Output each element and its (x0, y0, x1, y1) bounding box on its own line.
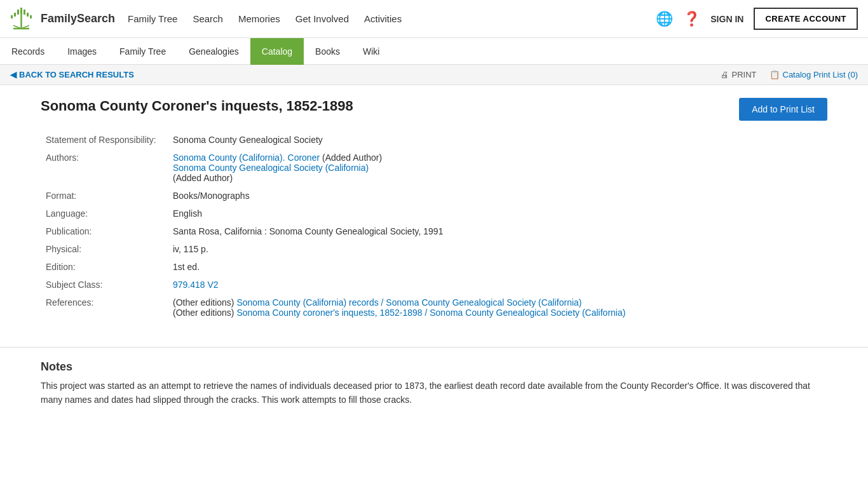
breadcrumb-right: 🖨 PRINT 📋 Catalog Print List (0) (721, 70, 858, 79)
table-row: Statement of Responsibility: Sonoma Coun… (41, 131, 827, 149)
add-to-print-button[interactable]: Add to Print List (739, 98, 827, 121)
nav-family-tree[interactable]: Family Tree (128, 13, 177, 24)
author-2-role: (Added Author) (173, 173, 233, 183)
subnav-catalog[interactable]: Catalog (250, 38, 304, 65)
subnav-books[interactable]: Books (304, 38, 351, 65)
field-value-references: (Other editions) Sonoma County (Californ… (168, 294, 827, 322)
top-navigation: FamilySearch Family Tree Search Memories… (0, 0, 868, 38)
table-row: Publication: Santa Rosa, California : So… (41, 222, 827, 240)
svg-rect-4 (27, 13, 29, 17)
print-label: PRINT (732, 70, 757, 79)
catalog-print-label: Catalog Print List (0) (783, 70, 858, 79)
subnav-genealogies[interactable]: Genealogies (177, 38, 250, 65)
author-link-1[interactable]: Sonoma County (California). Coroner (173, 152, 320, 163)
field-value-edition: 1st ed. (168, 258, 827, 276)
subnav-wiki[interactable]: Wiki (351, 38, 391, 65)
detail-table: Statement of Responsibility: Sonoma Coun… (41, 131, 827, 322)
field-label-authors: Authors: (41, 149, 168, 187)
nav-links: Family Tree Search Memories Get Involved… (128, 13, 656, 24)
back-link-label: BACK TO SEARCH RESULTS (19, 70, 134, 79)
create-account-button[interactable]: CREATE ACCOUNT (754, 8, 858, 30)
field-label-references: References: (41, 294, 168, 322)
subject-class-link[interactable]: 979.418 V2 (173, 280, 219, 290)
field-label-subject-class: Subject Class: (41, 276, 168, 294)
field-label-format: Format: (41, 187, 168, 205)
reference-link-1[interactable]: Sonoma County (California) records / Son… (236, 297, 581, 308)
logo-area[interactable]: FamilySearch (10, 6, 115, 32)
nav-search[interactable]: Search (193, 13, 223, 24)
field-value-physical: iv, 115 p. (168, 240, 827, 258)
field-value-publication: Santa Rosa, California : Sonoma County G… (168, 222, 827, 240)
help-icon[interactable]: ❓ (683, 11, 700, 27)
field-value-statement: Sonoma County Genealogical Society (168, 131, 827, 149)
back-to-search-link[interactable]: ◀ BACK TO SEARCH RESULTS (10, 70, 134, 79)
svg-rect-6 (30, 15, 32, 18)
subnav-records[interactable]: Records (0, 38, 56, 65)
catalog-print-list-link[interactable]: 📋 Catalog Print List (0) (770, 70, 858, 79)
nav-activities[interactable]: Activities (364, 13, 402, 24)
field-value-authors: Sonoma County (California). Coroner (Add… (168, 149, 827, 187)
svg-rect-3 (14, 13, 16, 17)
notes-section: Notes This project was started as an att… (31, 360, 837, 420)
table-row: Authors: Sonoma County (California). Cor… (41, 149, 827, 187)
svg-rect-5 (11, 15, 13, 18)
subnav-family-tree[interactable]: Family Tree (108, 38, 177, 65)
main-content: Sonoma County Coroner's inquests, 1852-1… (31, 85, 837, 334)
author-1-role: (Added Author) (322, 152, 382, 163)
record-header: Sonoma County Coroner's inquests, 1852-1… (41, 98, 827, 121)
field-label-physical: Physical: (41, 240, 168, 258)
subnav-images[interactable]: Images (56, 38, 108, 65)
notes-text: This project was started as an attempt t… (41, 379, 827, 407)
sign-in-link[interactable]: SIGN IN (710, 14, 743, 24)
field-label-publication: Publication: (41, 222, 168, 240)
field-label-edition: Edition: (41, 258, 168, 276)
reference-link-2[interactable]: Sonoma County coroner's inquests, 1852-1… (236, 308, 625, 318)
table-row: Language: English (41, 205, 827, 222)
table-row: Subject Class: 979.418 V2 (41, 276, 827, 294)
back-chevron-icon: ◀ (10, 70, 17, 79)
globe-icon[interactable]: 🌐 (656, 11, 673, 27)
familysearch-logo-icon (10, 6, 36, 32)
printer-icon: 🖨 (721, 70, 729, 79)
svg-rect-2 (17, 10, 19, 15)
nav-get-involved[interactable]: Get Involved (295, 13, 349, 24)
field-label-language: Language: (41, 205, 168, 222)
svg-rect-1 (24, 10, 25, 15)
print-link[interactable]: 🖨 PRINT (721, 70, 757, 79)
record-title: Sonoma County Coroner's inquests, 1852-1… (41, 98, 353, 114)
field-value-format: Books/Monographs (168, 187, 827, 205)
nav-actions: 🌐 ❓ SIGN IN CREATE ACCOUNT (656, 8, 858, 30)
sub-navigation: Records Images Family Tree Genealogies C… (0, 38, 868, 65)
author-link-2[interactable]: Sonoma County Genealogical Society (Cali… (173, 163, 369, 173)
field-label-statement: Statement of Responsibility: (41, 131, 168, 149)
table-row: Edition: 1st ed. (41, 258, 827, 276)
references-prefix-2: (Other editions) (173, 308, 236, 318)
table-row: Physical: iv, 115 p. (41, 240, 827, 258)
notes-title: Notes (41, 360, 827, 374)
table-row: References: (Other editions) Sonoma Coun… (41, 294, 827, 322)
field-value-subject-class: 979.418 V2 (168, 276, 827, 294)
catalog-print-icon: 📋 (770, 70, 780, 79)
table-row: Format: Books/Monographs (41, 187, 827, 205)
svg-rect-0 (20, 8, 22, 14)
brand-name: FamilySearch (41, 12, 115, 25)
nav-memories[interactable]: Memories (238, 13, 280, 24)
field-value-language: English (168, 205, 827, 222)
breadcrumb-bar: ◀ BACK TO SEARCH RESULTS 🖨 PRINT 📋 Catal… (0, 65, 868, 85)
references-prefix-1: (Other editions) (173, 297, 236, 308)
